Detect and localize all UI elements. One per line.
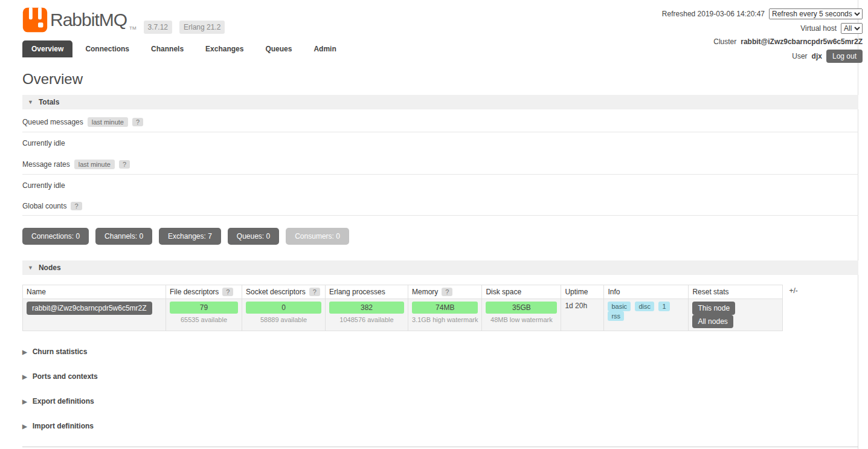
vhost-select[interactable]: All [841, 23, 863, 34]
chevron-down-icon: ▼ [28, 265, 33, 271]
logout-button[interactable]: Log out [826, 50, 863, 63]
info-badge-count[interactable]: 1 [658, 302, 669, 311]
nodes-section-header[interactable]: ▼ Nodes [22, 260, 858, 275]
tab-admin[interactable]: Admin [304, 40, 345, 57]
ports-and-contexts-title: Ports and contexts [33, 372, 98, 381]
chevron-right-icon: ▶ [22, 349, 27, 355]
global-counts-heading: Global counts ? [22, 196, 858, 216]
vhost-label: Virtual host [800, 24, 837, 33]
info-cell: basic disc 1 rss [604, 299, 689, 331]
info-badge-disc[interactable]: disc [635, 302, 654, 311]
tab-queues[interactable]: Queues [256, 40, 301, 57]
col-reset-stats: Reset stats [689, 285, 783, 299]
header-controls: Refreshed 2019-03-06 14:20:47 Refresh ev… [662, 8, 863, 66]
queued-messages-help-icon[interactable]: ? [132, 118, 143, 126]
erlang-processes-used-bar: 382 [329, 302, 404, 314]
global-counts-label: Global counts [22, 202, 66, 210]
churn-statistics-title: Churn statistics [33, 347, 88, 356]
refresh-row: Refreshed 2019-03-06 14:20:47 Refresh ev… [662, 8, 863, 19]
chevron-right-icon: ▶ [22, 373, 27, 380]
refreshed-timestamp: Refreshed 2019-03-06 14:20:47 [662, 10, 765, 18]
user-name: djx [812, 52, 822, 60]
message-rates-heading: Message rates last minute ? [22, 154, 858, 175]
global-counts-help-icon[interactable]: ? [71, 202, 82, 210]
version-badge: 3.7.12 [144, 21, 172, 34]
tab-channels[interactable]: Channels [142, 40, 193, 57]
rabbitmq-logo-icon[interactable] [22, 7, 48, 34]
reset-stats-cell: This node All nodes [689, 299, 783, 331]
col-info: Info [604, 285, 689, 299]
memory-help-icon[interactable]: ? [442, 288, 452, 296]
uptime-cell: 1d 20h [561, 299, 604, 331]
file-descriptors-help-icon[interactable]: ? [222, 288, 233, 296]
col-name: Name [23, 285, 166, 299]
totals-section-header[interactable]: ▼ Totals [22, 95, 858, 109]
footer-links: HTTP API Server Docs Tutorials Community… [22, 447, 858, 449]
disk-space-used-bar: 35GB [486, 302, 557, 314]
col-uptime: Uptime [561, 285, 604, 299]
disk-space-cell: 35GB 48MB low watermark [482, 299, 561, 331]
channels-count-button[interactable]: Channels: 0 [95, 228, 152, 245]
info-badge-basic[interactable]: basic [608, 302, 631, 311]
reset-all-nodes-button[interactable]: All nodes [692, 315, 733, 328]
message-rates-help-icon[interactable]: ? [119, 160, 130, 169]
erlang-processes-available: 1048576 available [329, 316, 404, 323]
ports-and-contexts-section[interactable]: ▶ Ports and contexts [22, 372, 858, 381]
file-descriptors-available: 65535 available [170, 316, 238, 323]
node-name-cell: rabbit@iZwz9cbarncpdr5w6c5mr2Z [23, 299, 166, 331]
churn-statistics-section[interactable]: ▶ Churn statistics [22, 347, 858, 356]
trademark-mark: TM [129, 25, 137, 31]
toggle-columns-link[interactable]: +/- [789, 286, 797, 295]
chevron-right-icon: ▶ [22, 398, 27, 405]
socket-descriptors-cell: 0 58889 available [242, 299, 326, 331]
file-descriptors-cell: 79 65535 available [166, 299, 242, 331]
export-definitions-title: Export definitions [33, 397, 94, 405]
queued-messages-range-badge[interactable]: last minute [88, 117, 128, 127]
totals-section-title: Totals [39, 98, 59, 106]
col-file-descriptors: File descriptors? [166, 285, 242, 299]
brand-wordmark: RabbitMQ [50, 7, 127, 33]
message-rates-range-badge[interactable]: last minute [74, 160, 115, 169]
consumers-count-button: Consumers: 0 [286, 228, 349, 245]
tab-overview[interactable]: Overview [22, 40, 72, 57]
message-rates-label: Message rates [22, 160, 70, 169]
memory-watermark: 3.1GB high watermark [412, 316, 478, 323]
import-definitions-title: Import definitions [33, 422, 94, 430]
info-badge-rss[interactable]: rss [608, 311, 624, 321]
col-erlang-processes: Erlang processes [326, 285, 408, 299]
nodes-header-row: Name File descriptors? Socket descriptor… [23, 285, 783, 299]
socket-descriptors-used-bar: 0 [246, 302, 321, 314]
memory-cell: 74MB 3.1GB high watermark [408, 299, 482, 331]
tab-connections[interactable]: Connections [76, 40, 138, 57]
connections-count-button[interactable]: Connections: 0 [22, 228, 89, 245]
node-row: rabbit@iZwz9cbarncpdr5w6c5mr2Z 79 65535 … [23, 299, 783, 331]
global-count-buttons: Connections: 0 Channels: 0 Exchanges: 7 … [22, 228, 858, 245]
erlang-processes-cell: 382 1048576 available [326, 299, 408, 331]
nodes-table: Name File descriptors? Socket descriptor… [22, 285, 783, 331]
tab-exchanges[interactable]: Exchanges [196, 40, 252, 57]
socket-descriptors-help-icon[interactable]: ? [309, 288, 320, 296]
reset-this-node-button[interactable]: This node [692, 302, 735, 315]
export-definitions-section[interactable]: ▶ Export definitions [22, 397, 858, 405]
chevron-right-icon: ▶ [22, 423, 27, 430]
cluster-name: rabbit@iZwz9cbarncpdr5w6c5mr2Z [741, 37, 863, 46]
erlang-version-badge: Erlang 21.2 [179, 21, 225, 34]
import-definitions-section[interactable]: ▶ Import definitions [22, 422, 858, 430]
disk-space-watermark: 48MB low watermark [486, 316, 557, 323]
queues-count-button[interactable]: Queues: 0 [228, 228, 279, 245]
vhost-row: Virtual host All [662, 23, 863, 34]
refresh-interval-select[interactable]: Refresh every 5 seconds [769, 8, 863, 19]
memory-used-bar: 74MB [412, 302, 478, 314]
exchanges-count-button[interactable]: Exchanges: 7 [159, 228, 221, 245]
file-descriptors-used-bar: 79 [170, 302, 238, 314]
col-memory: Memory? [408, 285, 482, 299]
main-content: Overview ▼ Totals Queued messages last m… [22, 71, 858, 430]
rabbitmq-overview-page: Refreshed 2019-03-06 14:20:47 Refresh ev… [0, 0, 868, 449]
nodes-section-title: Nodes [39, 263, 61, 272]
user-label: User [792, 52, 807, 60]
queued-messages-status: Currently idle [22, 139, 858, 147]
node-name-badge[interactable]: rabbit@iZwz9cbarncpdr5w6c5mr2Z [27, 302, 152, 315]
cluster-row: Cluster rabbit@iZwz9cbarncpdr5w6c5mr2Z [662, 37, 863, 46]
cluster-label: Cluster [713, 37, 736, 46]
queued-messages-label: Queued messages [22, 118, 83, 126]
